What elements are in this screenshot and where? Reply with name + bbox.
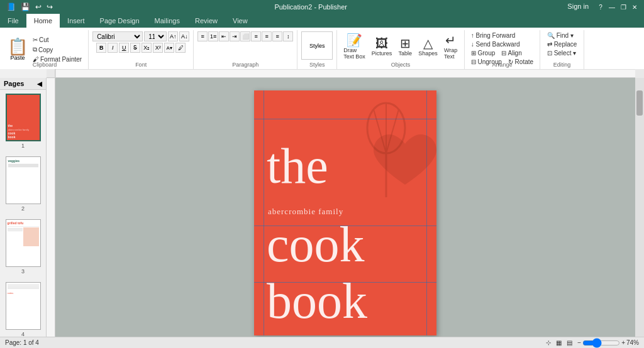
tab-home[interactable]: Home	[26, 14, 60, 28]
bold-btn[interactable]: B	[96, 43, 106, 53]
page-thumb-1[interactable]: the abercrombie family cook book 1	[6, 94, 41, 149]
page-thumb-num-3: 3	[6, 268, 41, 275]
paste-button[interactable]: 📋 Paste	[5, 38, 30, 61]
font-size-select[interactable]: 11	[144, 31, 167, 41]
wrap-text-btn[interactable]: ↵ WrapText	[441, 33, 460, 61]
doc-text-cook[interactable]: cook	[267, 219, 365, 269]
paste-icon: 📋	[8, 38, 28, 55]
thumb4-line2	[8, 286, 39, 286]
tab-page-design[interactable]: Page Design	[92, 14, 147, 28]
app-icon: 📘	[5, 3, 17, 11]
sign-in-btn[interactable]: Sign in	[567, 3, 589, 11]
align-left-btn[interactable]: ⬜	[240, 31, 250, 41]
indent-inc-btn[interactable]: ⇥	[230, 31, 240, 41]
document-page[interactable]: the abercrombie family cook book	[254, 90, 436, 335]
bring-forward-btn[interactable]: ↑ Bring Forward	[469, 31, 536, 40]
vertical-scrollbar[interactable]	[635, 78, 644, 337]
copy-button[interactable]: ⧉ Copy	[30, 45, 84, 54]
subscript-btn[interactable]: X₂	[142, 43, 152, 53]
replace-btn[interactable]: ⇄ Replace	[545, 40, 579, 48]
thumb1-text-book: book	[8, 136, 16, 139]
group-btn[interactable]: ⊞ Group	[469, 49, 498, 57]
align-center-btn[interactable]: ≡	[251, 31, 261, 41]
draw-text-box-icon: 📝	[347, 34, 362, 46]
draw-text-box-btn[interactable]: 📝 DrawText Box	[341, 33, 368, 61]
pages-title: Pages	[4, 80, 24, 87]
styles-gallery[interactable]: Styles	[301, 31, 333, 60]
pictures-btn[interactable]: 🖼 Pictures	[369, 36, 395, 58]
underline-btn[interactable]: U	[119, 43, 129, 53]
close-btn[interactable]: ✕	[630, 3, 639, 11]
thumb4-line1	[8, 285, 39, 285]
page-thumb-num-2: 2	[6, 205, 41, 212]
justify-btn[interactable]: ≡	[272, 31, 282, 41]
superscript-btn[interactable]: X²	[153, 43, 163, 53]
bullets-btn[interactable]: ≡	[197, 31, 208, 41]
thumb4-line4	[8, 288, 39, 289]
arrange-buttons: ↑ Bring Forward ↓ Send Backward ⊞ Group …	[469, 31, 536, 66]
font-grow-btn[interactable]: A↑	[168, 31, 178, 41]
ribbon-tabs: File Home Insert Page Design Mailings Re…	[0, 14, 644, 28]
guide-vertical-2	[426, 90, 427, 335]
restore-btn[interactable]: ❐	[619, 3, 628, 11]
vertical-ruler	[47, 78, 55, 337]
shapes-btn[interactable]: △ Shapes	[416, 36, 440, 58]
zoom-slider[interactable]	[582, 340, 620, 346]
tab-mailings[interactable]: Mailings	[147, 14, 187, 28]
ruler-area	[47, 69, 644, 78]
page-thumb-num-4: 4	[6, 331, 41, 337]
layout-view-btn-2[interactable]: ▤	[567, 339, 572, 346]
doc-text-the[interactable]: the	[267, 141, 328, 191]
italic-btn[interactable]: I	[108, 43, 118, 53]
help-btn[interactable]: ?	[596, 3, 605, 11]
page-thumb-4[interactable]: notes 4	[6, 282, 41, 337]
quick-access-toolbar: 📘 💾 ↩ ↪	[5, 3, 54, 11]
minimize-btn[interactable]: —	[608, 3, 616, 11]
cursor-mode-btn[interactable]: ⊹	[546, 339, 551, 346]
pages-collapse-btn[interactable]: ◀	[37, 80, 42, 87]
font-name-select[interactable]: Calibri	[92, 31, 143, 41]
indent-dec-btn[interactable]: ⇤	[219, 31, 229, 41]
zoom-out-btn[interactable]: −	[577, 339, 581, 346]
shapes-icon: △	[423, 37, 433, 50]
undo-btn[interactable]: ↩	[34, 3, 43, 11]
strikethrough-btn[interactable]: S̶	[130, 43, 140, 53]
send-backward-btn[interactable]: ↓ Send Backward	[469, 40, 536, 48]
zoom-in-btn[interactable]: +	[621, 339, 625, 346]
font-color-btn[interactable]: A▾	[164, 43, 174, 53]
table-btn[interactable]: ⊞ Table	[396, 36, 414, 58]
select-btn[interactable]: ⊡ Select ▾	[545, 49, 579, 57]
tab-file[interactable]: File	[0, 14, 26, 28]
canvas-area[interactable]: the abercrombie family cook book	[55, 78, 635, 337]
tab-insert[interactable]: Insert	[60, 14, 92, 28]
thumb3-content	[8, 227, 39, 246]
font-shrink-btn[interactable]: A↓	[179, 31, 189, 41]
tab-review[interactable]: Review	[187, 14, 225, 28]
align-right-btn[interactable]: ≡	[262, 31, 272, 41]
find-btn[interactable]: 🔍 Find ▾	[545, 31, 579, 40]
numbering-btn[interactable]: 1≡	[208, 31, 218, 41]
doc-text-book[interactable]: book	[267, 276, 367, 326]
redo-btn[interactable]: ↪	[45, 3, 54, 11]
page-thumb-3[interactable]: grilled tofu 3	[6, 219, 41, 275]
thumb1-text-the: the	[8, 124, 13, 128]
save-btn[interactable]: 💾	[19, 3, 31, 11]
pages-panel: Pages ◀ the abercrombie family cook book…	[0, 78, 47, 337]
page-thumb-img-2: veggies	[6, 156, 41, 204]
cut-button[interactable]: ✂ Cut	[30, 36, 84, 44]
page-info: Page: 1 of 4	[5, 339, 39, 346]
title-bar: 📘 💾 ↩ ↪ Publication2 - Publisher Sign in…	[0, 0, 644, 14]
clipboard-sub-buttons: ✂ Cut ⧉ Copy 🖌 Format Painter	[30, 36, 84, 63]
doc-text-subtitle[interactable]: abercrombie family	[268, 207, 343, 217]
layout-view-btn-1[interactable]: ▦	[556, 339, 562, 346]
tab-view[interactable]: View	[225, 14, 255, 28]
paragraph-buttons: ≡ 1≡ ⇤ ⇥ ⬜ ≡ ≡ ≡ ↕	[197, 31, 293, 41]
line-spacing-btn[interactable]: ↕	[283, 31, 293, 41]
scrollbar-thumb[interactable]	[636, 90, 643, 116]
heart-watermark	[374, 128, 436, 204]
page-thumb-2[interactable]: veggies 2	[6, 156, 41, 212]
ribbon-group-clipboard: 📋 Paste ✂ Cut ⧉ Copy 🖌 Format Painter Cl…	[1, 30, 89, 69]
editing-group-label: Editing	[540, 62, 584, 68]
highlight-btn[interactable]: 🖊	[175, 43, 186, 53]
align-btn[interactable]: ⊟ Align	[499, 49, 524, 57]
